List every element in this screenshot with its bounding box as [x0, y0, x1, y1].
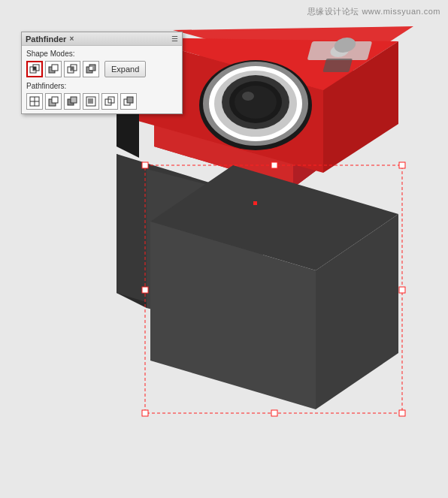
outline-icon [104, 96, 115, 107]
pathfinders-label: Pathfinders: [26, 82, 177, 90]
crop-button[interactable] [83, 93, 99, 110]
exclude-button[interactable] [83, 61, 99, 77]
outline-button[interactable] [101, 93, 118, 110]
svg-rect-17 [71, 97, 77, 103]
watermark-text: 思缘设计论坛 [307, 7, 359, 16]
panel-title-left: Pathfinder × [26, 35, 74, 44]
expand-button[interactable]: Expand [104, 61, 146, 77]
exclude-icon [86, 64, 96, 74]
watermark: 思缘设计论坛 www.missyuan.com [307, 6, 440, 17]
panel-menu-icon[interactable]: ☰ [171, 35, 178, 43]
trim-icon [48, 96, 59, 107]
merge-button[interactable] [64, 93, 80, 110]
panel-titlebar: Pathfinder × ☰ [22, 32, 182, 46]
watermark-url: www.missyuan.com [362, 7, 440, 16]
unite-icon [29, 64, 40, 74]
pathfinder-panel: Pathfinder × ☰ Shape Modes: [21, 32, 183, 114]
merge-icon [67, 96, 77, 107]
panel-close-button[interactable]: × [69, 35, 74, 43]
minus-front-button[interactable] [45, 61, 62, 77]
trim-button[interactable] [45, 93, 62, 110]
svg-rect-7 [71, 67, 74, 70]
panel-title: Pathfinder [26, 35, 66, 44]
minus-front-icon [48, 64, 59, 74]
panel-body: Shape Modes: [22, 46, 182, 113]
minus-back-button[interactable] [120, 93, 137, 110]
intersect-icon [67, 64, 77, 74]
minus-back-icon [123, 96, 134, 107]
crop-icon [86, 96, 96, 107]
shape-modes-row: Expand [26, 61, 177, 77]
pathfinders-row [26, 93, 177, 110]
svg-rect-10 [89, 67, 92, 70]
divide-button[interactable] [26, 93, 43, 110]
svg-rect-23 [127, 97, 133, 103]
svg-rect-15 [52, 97, 58, 103]
intersect-button[interactable] [64, 61, 80, 77]
svg-rect-19 [88, 98, 93, 104]
unite-button[interactable] [26, 61, 43, 77]
divide-icon [29, 96, 40, 107]
svg-rect-4 [52, 65, 58, 71]
svg-rect-2 [33, 67, 36, 70]
shape-modes-label: Shape Modes: [26, 50, 177, 58]
